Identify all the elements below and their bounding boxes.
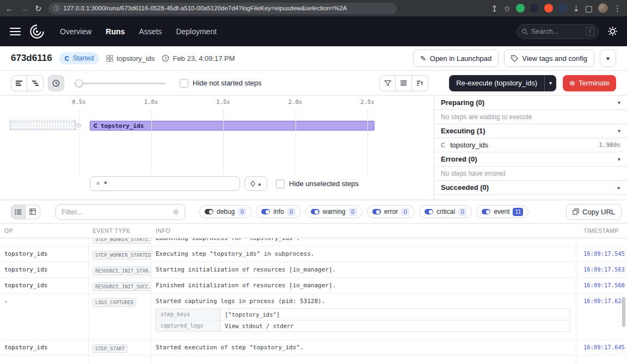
log-list-view-button[interactable] <box>11 205 26 219</box>
hide-unselected-checkbox[interactable]: Hide unselected steps <box>276 180 359 188</box>
step-selection-input-wrap[interactable]: ✳ <box>90 176 240 191</box>
terminate-button[interactable]: ⊗ Terminate <box>563 75 616 91</box>
downloads-icon[interactable]: ⇣ <box>573 4 580 13</box>
gantt-step-bar[interactable]: topstory_ids <box>90 121 374 131</box>
log-row[interactable]: topstory_idsSTEP_WORKER_STARTEDExecuting… <box>0 246 627 262</box>
kebab-menu-icon[interactable]: ⋮ <box>613 4 622 13</box>
bookmark-star-icon[interactable]: ☆ <box>503 4 511 13</box>
log-info-cell: Executing step "topstory_ids" in subproc… <box>151 246 576 260</box>
run-header: 673d6116 Started topstory_ids Feb 23, 4:… <box>0 46 627 71</box>
event-type-tag: LOGS_CAPTURED <box>93 298 136 307</box>
log-level-filter-event[interactable]: event11 <box>476 205 528 218</box>
log-structured-view-button[interactable] <box>26 205 40 219</box>
log-row[interactable]: topstory_idsSTEP_STARTStarted execution … <box>0 340 627 356</box>
checkbox-icon[interactable] <box>276 180 285 188</box>
checkbox-icon[interactable] <box>180 79 188 88</box>
log-row[interactable]: -LOGS_CAPTUREDStarted capturing logs in … <box>0 294 627 340</box>
log-filter-input[interactable] <box>62 208 169 216</box>
forward-icon[interactable]: → <box>20 4 28 13</box>
header-more-dropdown-button[interactable]: ▾ <box>600 50 616 67</box>
section-header[interactable]: Succeeded (0)▸ <box>434 181 627 195</box>
clear-filter-icon[interactable]: ⊗ <box>173 207 179 216</box>
sort-icon <box>416 80 423 87</box>
address-bar[interactable]: ⓘ 127.0.0.1:3000/runs/673d6116-0528-45df… <box>48 3 397 14</box>
log-timestamp[interactable]: 16:09:17.568 <box>576 278 627 288</box>
open-in-launchpad-label: Open in Launchpad <box>430 54 491 63</box>
gantt-view-mode-group <box>11 75 44 91</box>
section-title: Succeeded (0) <box>441 183 489 192</box>
nav-item-overview[interactable]: Overview <box>60 27 91 36</box>
chip-label: error <box>384 208 398 215</box>
site-info-icon[interactable]: ⓘ <box>54 4 60 13</box>
profile-avatar[interactable] <box>598 3 608 13</box>
meta-key: captured_logs <box>156 320 220 331</box>
metadata-row: captured_logsView stdout / stderr <box>156 320 570 331</box>
step-selection-input[interactable] <box>103 180 235 188</box>
meta-key: step_keys <box>156 309 220 320</box>
view-flat-gantt-button[interactable] <box>11 75 27 91</box>
hide-not-started-checkbox[interactable]: Hide not started steps <box>180 79 261 88</box>
log-op-cell: topstory_ids <box>0 340 88 354</box>
log-timestamp[interactable]: 16:09:17.563 <box>576 262 627 273</box>
extension-icon-dark[interactable] <box>530 4 539 13</box>
reexecute-dropdown-button[interactable]: ▾ <box>544 75 556 91</box>
meta-value[interactable]: View stdout / stderr <box>220 320 298 331</box>
tab-window-icon[interactable]: ▢ <box>585 4 593 13</box>
log-level-filter-info[interactable]: info0 <box>256 205 300 218</box>
dagster-logo-icon[interactable] <box>29 24 45 39</box>
hide-unselected-label: Hide unselected steps <box>289 180 359 188</box>
view-waterfall-gantt-button[interactable] <box>27 75 44 91</box>
scrollbar-thumb[interactable] <box>622 297 625 327</box>
log-level-filter-debug[interactable]: debug0 <box>199 205 251 218</box>
log-info-cell: Finished initialization of resources [io… <box>151 278 576 292</box>
run-target[interactable]: topstory_ids <box>106 54 155 63</box>
extension-puzzle-icon[interactable] <box>558 4 567 13</box>
run-datetime[interactable]: Feb 23, 4:09:17 PM <box>162 54 235 63</box>
log-timestamp[interactable]: 16:09:17.624 <box>576 294 627 304</box>
global-search[interactable]: / <box>517 24 599 39</box>
log-filter-input-wrap[interactable]: ⊗ <box>56 204 185 220</box>
back-icon[interactable]: ← <box>5 4 14 13</box>
search-input[interactable] <box>531 28 582 35</box>
log-level-filter-error[interactable]: error0 <box>367 205 415 218</box>
gantt-grid-line <box>296 109 296 175</box>
hamburger-menu-icon[interactable] <box>10 28 21 35</box>
log-row[interactable]: topstory_idsRESOURCE_INIT_SUCC...Finishe… <box>0 278 627 294</box>
settings-gear-icon[interactable] <box>608 27 617 36</box>
sort-button[interactable] <box>412 75 428 91</box>
terminate-label: Terminate <box>579 79 610 87</box>
log-level-filter-warning[interactable]: warning0 <box>305 205 362 218</box>
log-level-filter-critical[interactable]: critical0 <box>419 205 472 218</box>
reload-icon[interactable]: ↻ <box>35 4 42 13</box>
extension-icon-red[interactable] <box>544 4 553 13</box>
column-header-event-type: EVENT TYPE <box>88 227 151 234</box>
section-header[interactable]: Errored (0)▾ <box>434 152 627 166</box>
graph-query-expand-button[interactable]: ▲ <box>244 176 267 191</box>
log-row[interactable]: STEP_WORKER_STARTI...Launching subproces… <box>0 238 627 246</box>
section-header[interactable]: Preparing (0)▾ <box>434 96 627 110</box>
step-status-panel: Preparing (0)▾No steps are waiting to ex… <box>434 96 627 200</box>
slider-handle[interactable] <box>75 79 83 87</box>
nav-item-deployment[interactable]: Deployment <box>176 27 217 36</box>
funnel-filter-button[interactable] <box>379 75 396 91</box>
reexecute-button[interactable]: Re-execute (topstory_ids) <box>449 75 544 91</box>
log-row[interactable]: topstory_idsRESOURCE_INIT_STAR...Startin… <box>0 262 627 278</box>
section-header[interactable]: Executing (1)▾ <box>434 124 627 138</box>
copy-url-button[interactable]: Copy URL <box>566 204 622 220</box>
share-icon[interactable]: ↥ <box>491 4 498 13</box>
log-timestamp[interactable]: 16:09:17.645 <box>576 340 627 350</box>
nav-item-assets[interactable]: Assets <box>139 27 162 36</box>
nav-item-runs[interactable]: Runs <box>106 27 125 36</box>
log-info-cell: Launching subprocess for "topstory_ids". <box>151 238 576 244</box>
metadata-table: step_keys["topstory_ids"]captured_logsVi… <box>156 309 570 332</box>
open-in-launchpad-button[interactable]: ✎ Open in Launchpad <box>413 50 499 67</box>
extension-icon-green[interactable] <box>516 4 525 13</box>
executing-step-row[interactable]: topstory_ids1.980s <box>434 138 627 152</box>
view-tags-config-button[interactable]: View tags and config <box>504 50 594 67</box>
rows-view-button[interactable] <box>396 75 412 91</box>
pencil-icon: ✎ <box>420 54 426 63</box>
log-timestamp[interactable]: 16:09:17.545 <box>576 246 627 257</box>
toggle-timing-clock-button[interactable] <box>48 75 64 91</box>
gantt-zoom-slider[interactable] <box>74 79 165 87</box>
log-controls: ⊗ debug0info0warning0error0critical0even… <box>0 200 627 224</box>
